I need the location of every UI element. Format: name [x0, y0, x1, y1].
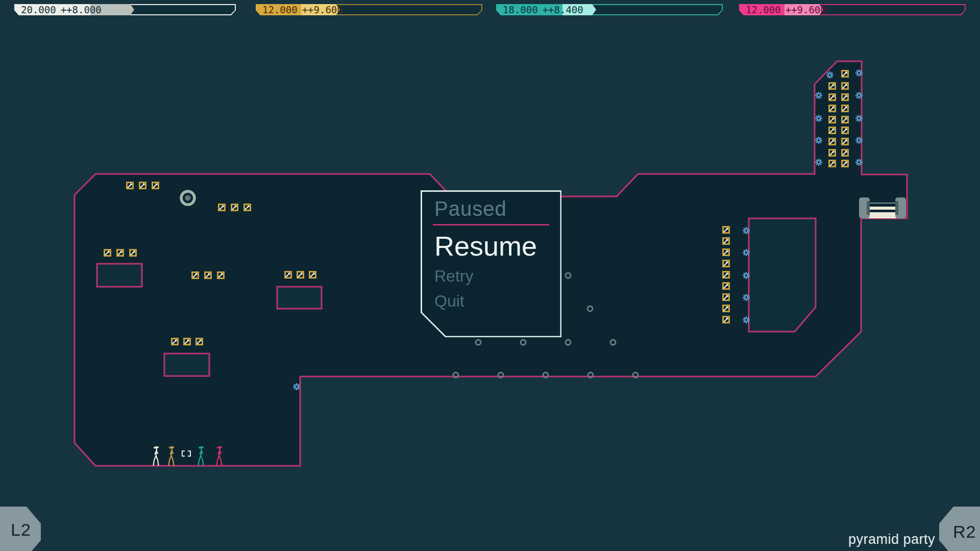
gold-piece	[842, 94, 848, 101]
gold-piece	[842, 150, 848, 156]
gold-piece	[829, 128, 836, 134]
gold-piece	[127, 183, 133, 189]
gold-piece	[723, 261, 729, 267]
gold-piece	[192, 272, 199, 279]
gold-piece	[842, 128, 848, 134]
mine-icon	[743, 272, 749, 279]
gold-piece	[829, 150, 836, 156]
timer-bonus: ++9.600	[302, 4, 343, 15]
mine-icon	[856, 92, 862, 98]
mine-icon	[816, 137, 822, 143]
timer-bar-player-4: 12.000++9.600	[739, 4, 966, 15]
gold-piece	[723, 317, 729, 323]
gold-piece	[197, 339, 203, 345]
gold-piece	[723, 294, 729, 300]
gold-piece	[829, 117, 836, 123]
gold-piece	[829, 161, 836, 167]
menu-item-retry[interactable]: Retry	[434, 264, 558, 289]
menu-item-quit[interactable]: Quit	[434, 289, 558, 314]
mine-icon	[856, 70, 862, 76]
tile-block	[749, 218, 816, 332]
timer-bonus: ++8.400	[543, 4, 583, 15]
gold-piece	[117, 250, 124, 256]
gold-piece	[829, 106, 836, 112]
gold-piece	[723, 306, 729, 312]
gold-piece	[829, 83, 836, 89]
gold-piece	[842, 139, 848, 145]
gold-piece	[723, 227, 729, 233]
mine-icon	[856, 137, 862, 143]
gold-piece	[723, 283, 729, 289]
exit-door	[859, 197, 906, 218]
timer-bar-player-1: 20.000++8.000	[14, 4, 236, 15]
mine-icon	[743, 317, 749, 323]
gold-piece	[184, 339, 190, 345]
tile-block	[277, 287, 322, 309]
menu-item-resume[interactable]: Resume	[434, 228, 558, 264]
gold-piece	[829, 139, 836, 145]
pause-menu-items: ResumeRetryQuit	[434, 228, 558, 314]
timer-bar-player-3: 18.000++8.400	[496, 4, 723, 15]
gold-piece	[298, 272, 304, 278]
tile-block	[164, 354, 209, 376]
gold-piece	[723, 249, 729, 256]
mine-icon	[743, 249, 749, 256]
gold-piece	[232, 205, 238, 211]
gold-piece	[219, 205, 225, 211]
timer-label: 18.000++8.400	[503, 4, 583, 15]
timer-time: 20.000	[21, 4, 56, 15]
gold-piece	[105, 250, 111, 256]
left-bumper-label: L2	[11, 520, 31, 540]
mine-icon	[856, 159, 862, 165]
gold-piece	[842, 83, 848, 89]
gold-piece	[244, 205, 251, 211]
timer-time: 12.000	[746, 4, 781, 15]
gold-piece	[842, 161, 848, 167]
right-bumper-label: R2	[953, 522, 976, 542]
gold-piece	[205, 272, 211, 279]
gold-piece	[218, 272, 224, 279]
mine-icon	[816, 115, 822, 121]
game-screen: 20.000++8.00012.000++9.60018.000++8.4001…	[0, 0, 980, 551]
mine-icon	[816, 92, 822, 98]
timer-label: 12.000++9.600	[746, 4, 826, 15]
mine-icon	[827, 72, 833, 78]
gold-piece	[723, 272, 729, 278]
gold-piece	[130, 250, 136, 256]
timer-bonus: ++9.600	[786, 4, 826, 15]
gold-piece	[310, 272, 316, 278]
mine-icon	[816, 159, 822, 165]
level-name: pyramid party	[848, 532, 935, 547]
gold-piece	[829, 94, 836, 101]
gold-piece	[842, 117, 848, 123]
gold-piece	[842, 71, 848, 77]
mine-icon	[743, 228, 749, 234]
mine-icon	[743, 294, 749, 300]
gold-piece	[153, 183, 159, 189]
gold-piece	[723, 238, 729, 244]
timer-time: 18.000	[503, 4, 538, 15]
mine-icon	[293, 384, 300, 390]
timer-label: 12.000++9.600	[262, 4, 343, 15]
pause-menu: Paused ResumeRetryQuit	[421, 190, 561, 337]
timer-bonus: ++8.000	[61, 4, 102, 15]
timer-label: 20.000++8.000	[21, 4, 102, 15]
gold-piece	[172, 339, 178, 345]
pause-menu-divider	[433, 224, 549, 226]
timer-time: 12.000	[262, 4, 298, 15]
tile-block	[97, 264, 142, 287]
mine-icon	[856, 115, 862, 121]
gold-piece	[140, 183, 146, 189]
gold-piece	[285, 272, 291, 278]
timer-bar-player-2: 12.000++9.600	[256, 4, 482, 15]
pause-menu-title: Paused	[434, 197, 507, 220]
gold-piece	[842, 106, 848, 112]
